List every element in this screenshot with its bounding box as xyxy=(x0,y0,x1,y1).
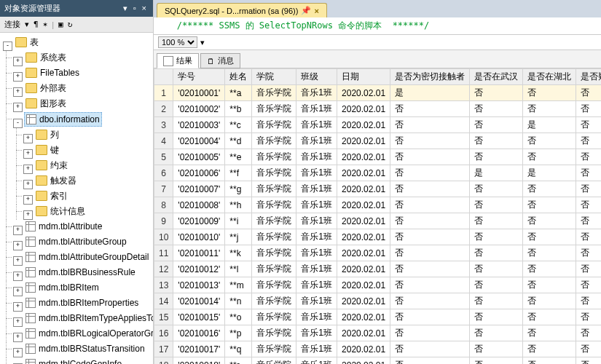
expander[interactable]: + xyxy=(23,134,33,143)
cell[interactable]: '02010009' xyxy=(173,213,225,229)
expander[interactable]: + xyxy=(13,287,23,296)
cell[interactable]: **q xyxy=(225,341,252,357)
cell[interactable]: 是 xyxy=(470,165,523,181)
cell[interactable]: 11 xyxy=(154,245,173,261)
cell[interactable]: 2020.02.01 xyxy=(337,213,390,229)
cell[interactable]: 2020.02.01 xyxy=(337,181,390,197)
cell[interactable]: 音乐学院 xyxy=(252,197,296,213)
column-header[interactable]: 日期 xyxy=(337,69,390,85)
cell[interactable]: 否 xyxy=(390,133,470,149)
tree-node[interactable]: 统计信息 xyxy=(50,205,85,218)
cell[interactable]: 否 xyxy=(390,261,470,277)
cell[interactable]: 否 xyxy=(576,325,601,341)
cell[interactable]: 2020.02.01 xyxy=(337,245,390,261)
cell[interactable]: **p xyxy=(225,325,252,341)
cell[interactable]: **r xyxy=(225,357,252,365)
cell[interactable]: 音乐学院 xyxy=(252,341,296,357)
cell[interactable]: 13 xyxy=(154,277,173,293)
cell[interactable]: 6 xyxy=(154,165,173,181)
cell[interactable]: **f xyxy=(225,165,252,181)
cell[interactable]: 音乐1班 xyxy=(296,245,337,261)
cell[interactable]: **o xyxy=(225,309,252,325)
cell[interactable]: 12 xyxy=(154,261,173,277)
expander[interactable]: + xyxy=(13,241,23,250)
tree-node[interactable]: 索引 xyxy=(50,189,68,202)
table-row[interactable]: 15'02010015'**o音乐学院音乐1班2020.02.01否否否否否 xyxy=(154,309,602,325)
cell[interactable]: 音乐1班 xyxy=(296,85,337,101)
cell[interactable]: **g xyxy=(225,181,252,197)
cell[interactable]: 否 xyxy=(576,245,601,261)
cell[interactable]: 音乐1班 xyxy=(296,277,337,293)
close-icon[interactable]: × xyxy=(140,4,149,13)
cell[interactable]: 否 xyxy=(470,261,523,277)
column-header[interactable]: 学号 xyxy=(173,69,225,85)
cell[interactable]: 音乐1班 xyxy=(296,101,337,117)
cell[interactable]: 否 xyxy=(576,165,601,181)
table-row[interactable]: 10'02010010'**j音乐学院音乐1班2020.02.01否否否否否 xyxy=(154,229,602,245)
cell[interactable]: 音乐1班 xyxy=(296,293,337,309)
cell[interactable]: 否 xyxy=(576,293,601,309)
connect-button[interactable]: 连接 xyxy=(4,19,20,30)
cell[interactable]: 音乐学院 xyxy=(252,229,296,245)
cell[interactable]: 否 xyxy=(576,85,601,101)
cell[interactable]: 2020.02.01 xyxy=(337,325,390,341)
cell[interactable]: 音乐学院 xyxy=(252,277,296,293)
cell[interactable]: 否 xyxy=(470,181,523,197)
cell[interactable]: 否 xyxy=(576,149,601,165)
tree-node-external[interactable]: 外部表 xyxy=(40,82,66,95)
cell[interactable]: '02010006' xyxy=(173,165,225,181)
table-row[interactable]: 7'02010007'**g音乐学院音乐1班2020.02.01否否否否否 xyxy=(154,181,602,197)
tab-sqlquery2[interactable]: SQLQuery2.sql - D...rmation (sa (96)) 📌 … xyxy=(157,3,327,17)
group-icon[interactable]: ✶ xyxy=(43,20,48,29)
cell[interactable]: '02010002' xyxy=(173,101,225,117)
cell[interactable]: 1 xyxy=(154,85,173,101)
cell[interactable]: 音乐1班 xyxy=(296,229,337,245)
cell[interactable]: 音乐1班 xyxy=(296,165,337,181)
column-header[interactable]: 是否在武汉 xyxy=(470,69,523,85)
tree-node[interactable]: mdm.tblCodeGenInfo xyxy=(39,357,122,364)
tab-results[interactable]: 结果 xyxy=(157,53,199,68)
cell[interactable]: **k xyxy=(225,245,252,261)
cell[interactable]: 否 xyxy=(390,341,470,357)
cell[interactable]: 4 xyxy=(154,133,173,149)
cell[interactable]: 否 xyxy=(576,229,601,245)
cell[interactable]: 音乐学院 xyxy=(252,101,296,117)
cell[interactable]: '02010015' xyxy=(173,309,225,325)
cell[interactable]: 2020.02.01 xyxy=(337,229,390,245)
cell[interactable]: '02010018' xyxy=(173,357,225,365)
cell[interactable]: 否 xyxy=(390,293,470,309)
table-row[interactable]: 2'02010002'**b音乐学院音乐1班2020.02.01否否否否否 xyxy=(154,101,602,117)
refresh-icon[interactable]: ↻ xyxy=(68,20,73,29)
cell[interactable]: **j xyxy=(225,229,252,245)
tree-node[interactable]: 列 xyxy=(50,128,59,141)
expander[interactable]: + xyxy=(13,348,23,357)
expander[interactable]: + xyxy=(13,226,23,235)
cell[interactable]: 否 xyxy=(523,245,576,261)
cell[interactable]: 9 xyxy=(154,213,173,229)
cell[interactable]: 音乐学院 xyxy=(252,261,296,277)
cell[interactable]: 否 xyxy=(470,149,523,165)
cell[interactable]: 否 xyxy=(576,117,601,133)
cell[interactable]: 3 xyxy=(154,117,173,133)
table-row[interactable]: 16'02010016'**p音乐学院音乐1班2020.02.01否否否否否 xyxy=(154,325,602,341)
cell[interactable]: 否 xyxy=(523,293,576,309)
tab-messages[interactable]: 🗒消息 xyxy=(200,53,240,68)
cell[interactable]: '02010010' xyxy=(173,229,225,245)
cell[interactable]: 否 xyxy=(523,357,576,365)
filter-icon[interactable]: ¶ xyxy=(34,20,39,29)
column-header[interactable]: 是否在湖北 xyxy=(523,69,576,85)
cell[interactable]: 音乐1班 xyxy=(296,325,337,341)
cell[interactable]: 否 xyxy=(576,181,601,197)
cell[interactable]: 2020.02.01 xyxy=(337,341,390,357)
expander[interactable]: + xyxy=(23,195,33,205)
cell[interactable]: '02010014' xyxy=(173,293,225,309)
expander[interactable]: + xyxy=(13,317,23,327)
cell[interactable]: 2020.02.01 xyxy=(337,277,390,293)
cell[interactable]: 音乐1班 xyxy=(296,357,337,365)
cell[interactable]: 否 xyxy=(390,197,470,213)
table-row[interactable]: 5'02010005'**e音乐学院音乐1班2020.02.01否否否否否 xyxy=(154,149,602,165)
tree-node-tables[interactable]: 表 xyxy=(30,36,39,49)
cell[interactable]: 音乐1班 xyxy=(296,309,337,325)
cell[interactable]: 否 xyxy=(470,245,523,261)
cell[interactable]: 音乐1班 xyxy=(296,197,337,213)
